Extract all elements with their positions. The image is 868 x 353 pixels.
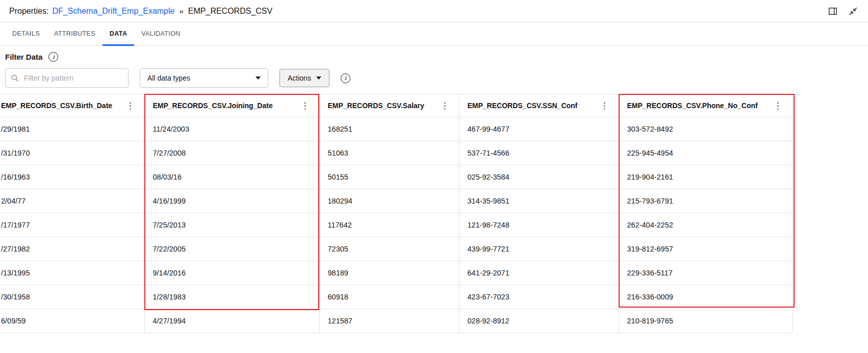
tab-attributes[interactable]: ATTRIBUTES [47, 22, 103, 46]
cell-phone-no-conf: 303-572-8492 [619, 117, 792, 141]
current-node-label: EMP_RECORDS_CSV [188, 7, 272, 16]
minimize-panel-icon[interactable] [848, 6, 859, 17]
filter-pattern-input[interactable] [23, 73, 123, 83]
open-side-panel-icon[interactable] [827, 6, 838, 17]
table-filler [792, 94, 868, 117]
cell-ssn-conf: 467-99-4677 [459, 117, 619, 141]
cell-birth-date: /30/1958 [0, 285, 144, 309]
cell-birth-date: /31/1970 [0, 141, 144, 165]
cell-phone-no-conf: 225-945-4954 [619, 141, 792, 165]
column-header-salary: EMP_RECORDS_CSV.Salary ⋮ [319, 94, 459, 117]
cell-joining-date: 08/03/16 [144, 165, 319, 189]
cell-phone-no-conf: 216-336-0009 [619, 285, 792, 309]
table-row: /16/1963 08/03/16 50155 025-92-3584 219-… [0, 165, 868, 189]
flow-link[interactable]: DF_Schema_Drift_Emp_Example [52, 7, 174, 16]
table-row: /31/1970 7/27/2008 51063 537-71-4566 225… [0, 141, 868, 165]
filter-pattern-search[interactable] [5, 68, 129, 88]
cell-joining-date: 9/14/2016 [144, 261, 319, 285]
cell-joining-date: 7/27/2008 [144, 141, 319, 165]
tab-data[interactable]: DATA [103, 22, 134, 46]
cell-salary: 60918 [319, 285, 459, 309]
properties-panel: Properties: DF_Schema_Drift_Emp_Example … [0, 0, 868, 333]
breadcrumb: Properties: DF_Schema_Drift_Emp_Example … [9, 7, 272, 16]
cell-phone-no-conf: 210-819-9765 [619, 309, 792, 333]
data-preview-table: EMP_RECORDS_CSV.Birth_Date ⋮ EMP_RECORDS… [0, 94, 868, 333]
table-row: /27/1982 7/22/2005 72305 439-99-7721 319… [0, 237, 868, 261]
column-menu-icon[interactable]: ⋮ [299, 102, 311, 110]
cell-ssn-conf: 028-92-8912 [459, 309, 619, 333]
filter-section: Filter Data i All data types Actions i [0, 46, 868, 88]
cell-birth-date: /27/1982 [0, 237, 144, 261]
data-type-dropdown-value: All data types [147, 74, 190, 82]
column-header-ssn-conf: EMP_RECORDS_CSV.SSN_Conf ⋮ [459, 94, 619, 117]
cell-joining-date: 1/28/1983 [144, 285, 319, 309]
chevron-down-icon [316, 77, 321, 80]
filter-controls: All data types Actions i [5, 68, 868, 88]
cell-ssn-conf: 025-92-3584 [459, 165, 619, 189]
column-menu-icon[interactable]: ⋮ [599, 102, 610, 110]
cell-phone-no-conf: 215-793-6791 [619, 189, 792, 213]
data-type-dropdown[interactable]: All data types [140, 68, 268, 88]
cell-ssn-conf: 641-29-2071 [459, 261, 619, 285]
column-header-birth-date: EMP_RECORDS_CSV.Birth_Date ⋮ [0, 94, 144, 117]
cell-phone-no-conf: 262-404-2252 [619, 213, 792, 237]
cell-salary: 168251 [319, 117, 459, 141]
cell-ssn-conf: 537-71-4566 [459, 141, 619, 165]
column-menu-icon[interactable]: ⋮ [772, 102, 784, 110]
cell-ssn-conf: 439-99-7721 [459, 237, 619, 261]
tab-validation[interactable]: VALIDATION [134, 22, 187, 46]
table-row: 6/09/59 4/27/1994 121587 028-92-8912 210… [0, 309, 868, 333]
table-row: /30/1958 1/28/1983 60918 423-67-7023 216… [0, 285, 868, 309]
cell-birth-date: /13/1995 [0, 261, 144, 285]
cell-joining-date: 7/22/2005 [144, 237, 319, 261]
column-header-joining-date: EMP_RECORDS_CSV.Joining_Date ⋮ [144, 94, 319, 117]
filter-data-label: Filter Data [5, 53, 42, 61]
table-row: /29/1981 11/24/2003 168251 467-99-4677 3… [0, 117, 868, 141]
cell-phone-no-conf: 229-336-5117 [619, 261, 792, 285]
tab-details[interactable]: DETAILS [5, 22, 47, 46]
cell-salary: 98189 [319, 261, 459, 285]
cell-birth-date: 6/09/59 [0, 309, 144, 333]
column-menu-icon[interactable]: ⋮ [124, 102, 136, 110]
cell-birth-date: /17/1977 [0, 213, 144, 237]
cell-salary: 117642 [319, 213, 459, 237]
column-header-phone-no-conf: EMP_RECORDS_CSV.Phone_No_Conf ⋮ [619, 94, 792, 117]
cell-joining-date: 11/24/2003 [144, 117, 319, 141]
properties-label: Properties: [9, 7, 48, 16]
chevron-down-icon [256, 77, 261, 80]
table-row: /13/1995 9/14/2016 98189 641-29-2071 229… [0, 261, 868, 285]
cell-joining-date: 4/16/1999 [144, 189, 319, 213]
actions-button[interactable]: Actions [279, 69, 329, 87]
cell-ssn-conf: 314-35-9851 [459, 189, 619, 213]
search-icon [11, 74, 19, 82]
cell-salary: 72305 [319, 237, 459, 261]
cell-ssn-conf: 121-98-7248 [459, 213, 619, 237]
cell-birth-date: 2/04/77 [0, 189, 144, 213]
table-row: /17/1977 7/25/2013 117642 121-98-7248 26… [0, 213, 868, 237]
cell-birth-date: /16/1963 [0, 165, 144, 189]
cell-phone-no-conf: 319-812-6957 [619, 237, 792, 261]
table-row: 2/04/77 4/16/1999 180294 314-35-9851 215… [0, 189, 868, 213]
breadcrumb-separator-icon: » [178, 7, 184, 15]
header-actions [827, 6, 859, 17]
cell-ssn-conf: 423-67-7023 [459, 285, 619, 309]
panel-header: Properties: DF_Schema_Drift_Emp_Example … [0, 0, 868, 22]
table-header-row: EMP_RECORDS_CSV.Birth_Date ⋮ EMP_RECORDS… [0, 94, 868, 117]
tab-bar: DETAILS ATTRIBUTES DATA VALIDATION [0, 22, 868, 46]
column-menu-icon[interactable]: ⋮ [439, 102, 451, 110]
cell-birth-date: /29/1981 [0, 117, 144, 141]
cell-joining-date: 7/25/2013 [144, 213, 319, 237]
cell-salary: 51063 [319, 141, 459, 165]
actions-info-icon[interactable]: i [341, 73, 350, 83]
filter-info-icon[interactable]: i [48, 52, 58, 62]
cell-salary: 121587 [319, 309, 459, 333]
cell-joining-date: 4/27/1994 [144, 309, 319, 333]
cell-phone-no-conf: 219-904-2161 [619, 165, 792, 189]
cell-salary: 180294 [319, 189, 459, 213]
cell-salary: 50155 [319, 165, 459, 189]
actions-button-label: Actions [288, 74, 311, 82]
